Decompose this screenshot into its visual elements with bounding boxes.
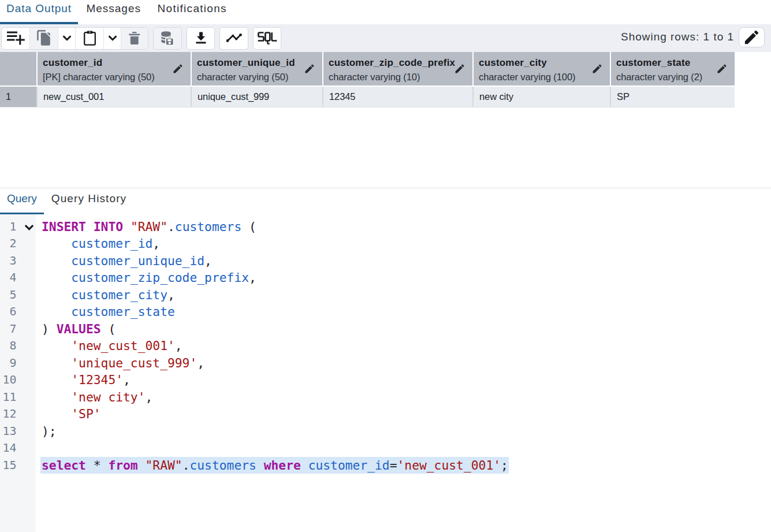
query-tab-bar: Query Query History: [0, 188, 771, 214]
edit-column-icon: [716, 63, 728, 75]
column-type: [PK] character varying (50): [43, 70, 185, 84]
fold-arrow-icon[interactable]: [25, 222, 33, 231]
code-line-10[interactable]: '12345',: [42, 371, 771, 389]
column-name: customer_zip_code_prefix: [329, 56, 467, 70]
copy-options-dropdown[interactable]: [58, 28, 76, 49]
delete-row-button[interactable]: [121, 28, 148, 49]
gutter-line: 8: [0, 337, 36, 355]
gutter-line: 5: [0, 287, 36, 304]
tab-data-output[interactable]: Data Output: [0, 0, 78, 24]
cell-customer_unique_id[interactable]: unique_cust_999: [192, 87, 322, 107]
save-data-changes-button[interactable]: [153, 27, 182, 50]
sql-icon: [258, 32, 277, 45]
gutter-line: 9: [0, 355, 36, 372]
chevron-down-icon: [106, 32, 119, 44]
grid-rows: 1new_cust_001unique_cust_99912345new cit…: [0, 87, 735, 107]
code-line-13[interactable]: );: [42, 423, 771, 440]
line-number: 12: [0, 405, 17, 423]
gutter-line: 1: [0, 218, 36, 236]
column-type: character varying (10): [329, 70, 467, 84]
paste-options-dropdown[interactable]: [104, 28, 121, 49]
column-header-customer_state[interactable]: customer_statecharacter varying (2): [611, 52, 735, 85]
column-header-customer_unique_id[interactable]: customer_unique_idcharacter varying (50): [192, 52, 322, 85]
download-results-button[interactable]: [187, 27, 215, 50]
editor-code[interactable]: INSERT INTO "RAW".customers ( customer_i…: [36, 214, 771, 532]
cell-customer_zip_code_prefix[interactable]: 12345: [323, 87, 472, 107]
graph-visualiser-button[interactable]: [219, 27, 248, 50]
grid-header: customer_id[PK] character varying (50)cu…: [0, 52, 735, 85]
gutter-line: 4: [0, 269, 36, 287]
code-line-14[interactable]: [42, 440, 771, 457]
code-line-12[interactable]: 'SP': [42, 405, 771, 423]
data-output-grid: customer_id[PK] character varying (50)cu…: [0, 52, 735, 107]
gutter-line: 6: [0, 303, 36, 321]
tab-query-history[interactable]: Query History: [44, 188, 133, 214]
code-line-3[interactable]: customer_unique_id,: [42, 252, 771, 270]
code-line-4[interactable]: customer_zip_code_prefix,: [42, 269, 771, 287]
column-type: character varying (100): [479, 70, 604, 84]
edit-column-icon: [304, 63, 315, 75]
trash-icon: [128, 32, 141, 45]
cell-customer_city[interactable]: new city: [474, 87, 610, 107]
line-number: 9: [0, 355, 17, 372]
query-tool-panel: Data Output Messages Notifications: [0, 0, 771, 532]
line-chart-icon: [226, 34, 242, 43]
gutter-line: 2: [0, 235, 36, 252]
gutter-line: 13: [0, 423, 36, 440]
showing-rows-status: Showing rows: 1 to 1: [621, 31, 734, 43]
selected-text: select * from "RAW".customers where cust…: [40, 457, 509, 474]
show-sql-button[interactable]: [253, 27, 281, 50]
edit-data-button[interactable]: [739, 27, 765, 47]
gutter-line: 12: [0, 405, 36, 423]
column-name: customer_state: [616, 56, 729, 70]
download-icon: [196, 32, 206, 44]
code-line-8[interactable]: 'new_cust_001',: [42, 337, 771, 355]
code-line-6[interactable]: customer_state: [42, 303, 771, 321]
add-row-button[interactable]: [2, 28, 30, 49]
code-line-7[interactable]: ) VALUES (: [42, 321, 771, 338]
code-line-9[interactable]: 'unique_cust_999',: [42, 355, 771, 372]
code-line-2[interactable]: customer_id,: [42, 235, 771, 252]
line-number: 4: [0, 269, 17, 287]
column-header-customer_city[interactable]: customer_citycharacter varying (100): [474, 52, 610, 85]
edit-buttons-group: [1, 27, 148, 50]
tab-notifications[interactable]: Notifications: [151, 0, 233, 24]
gutter-line: 15: [0, 457, 36, 474]
line-number: 2: [0, 235, 17, 252]
gutter-line: 3: [0, 252, 36, 270]
chevron-down-icon: [61, 32, 73, 44]
gutter-line: 10: [0, 371, 36, 389]
tab-messages-label: Messages: [86, 2, 141, 15]
sql-editor[interactable]: 123456789101112131415 INSERT INTO "RAW".…: [0, 214, 771, 532]
editor-gutter: 123456789101112131415: [0, 214, 36, 532]
row-number-cell[interactable]: 1: [0, 87, 36, 107]
code-line-15[interactable]: select * from "RAW".customers where cust…: [42, 457, 771, 474]
code-line-11[interactable]: 'new city',: [42, 389, 771, 406]
edit-column-icon: [591, 63, 603, 75]
grid-select-all-cell[interactable]: [0, 52, 36, 85]
edit-column-icon: [454, 63, 465, 75]
line-number: 5: [0, 287, 17, 304]
paste-button[interactable]: [76, 28, 104, 49]
column-header-customer_zip_code_prefix[interactable]: customer_zip_code_prefixcharacter varyin…: [323, 52, 472, 85]
line-number: 6: [0, 303, 17, 321]
gutter-line: 11: [0, 389, 36, 406]
code-line-1[interactable]: INSERT INTO "RAW".customers (: [42, 218, 771, 236]
table-row: 1new_cust_001unique_cust_99912345new cit…: [0, 87, 735, 107]
cell-customer_id[interactable]: new_cust_001: [38, 87, 191, 107]
line-number: 13: [0, 423, 17, 440]
cell-customer_state[interactable]: SP: [611, 87, 735, 107]
copy-button[interactable]: [30, 28, 58, 49]
tab-messages[interactable]: Messages: [80, 0, 147, 24]
line-number: 3: [0, 252, 17, 270]
column-name: customer_city: [479, 56, 604, 70]
data-output-toolbar: Showing rows: 1 to 1: [0, 24, 771, 52]
line-number: 11: [0, 389, 17, 406]
line-number: 8: [0, 337, 17, 355]
column-header-customer_id[interactable]: customer_id[PK] character varying (50): [38, 52, 191, 85]
copy-icon: [37, 29, 51, 47]
tab-query[interactable]: Query: [0, 188, 44, 214]
column-name: customer_unique_id: [197, 56, 316, 70]
code-line-5[interactable]: customer_city,: [42, 287, 771, 304]
save-data-changes-icon: [161, 31, 174, 46]
